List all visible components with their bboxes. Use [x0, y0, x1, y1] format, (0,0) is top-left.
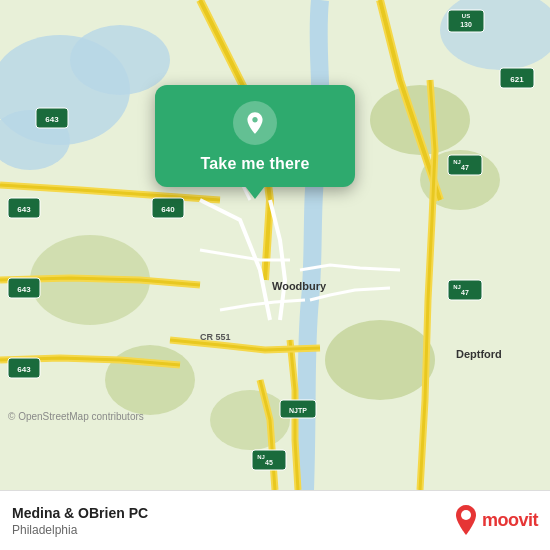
svg-text:NJ: NJ [453, 284, 461, 290]
location-subtitle: Philadelphia [12, 523, 148, 537]
svg-text:643: 643 [45, 115, 59, 124]
moovit-text-logo: moovit [482, 510, 538, 531]
moovit-pin-icon [452, 505, 480, 537]
svg-text:CR 551: CR 551 [200, 332, 231, 342]
take-me-there-popup[interactable]: Take me there [155, 85, 355, 187]
svg-text:NJ: NJ [453, 159, 461, 165]
svg-point-10 [210, 390, 290, 450]
svg-point-7 [325, 320, 435, 400]
moovit-logo-container: moovit [452, 505, 538, 537]
svg-text:Woodbury: Woodbury [272, 280, 327, 292]
location-title: Medina & OBrien PC [12, 505, 148, 521]
svg-text:640: 640 [161, 205, 175, 214]
svg-text:621: 621 [510, 75, 524, 84]
svg-point-2 [70, 25, 170, 95]
map-container: US 130 621 NJ 47 NJ 47 643 643 643 643 6… [0, 0, 550, 490]
svg-text:47: 47 [461, 289, 469, 296]
map-attribution: © OpenStreetMap contributors [8, 411, 144, 422]
popup-pin-icon [233, 101, 277, 145]
svg-text:NJTP: NJTP [289, 407, 307, 414]
svg-text:643: 643 [17, 285, 31, 294]
bottom-bar: Medina & OBrien PC Philadelphia moovit [0, 490, 550, 550]
svg-point-9 [105, 345, 195, 415]
svg-text:643: 643 [17, 205, 31, 214]
svg-text:47: 47 [461, 164, 469, 171]
svg-text:130: 130 [460, 21, 472, 28]
svg-point-40 [461, 510, 471, 520]
svg-text:Deptford: Deptford [456, 348, 502, 360]
take-me-there-label: Take me there [200, 155, 309, 173]
svg-text:45: 45 [265, 459, 273, 466]
svg-text:643: 643 [17, 365, 31, 374]
svg-text:NJ: NJ [257, 454, 265, 460]
svg-text:US: US [462, 13, 470, 19]
